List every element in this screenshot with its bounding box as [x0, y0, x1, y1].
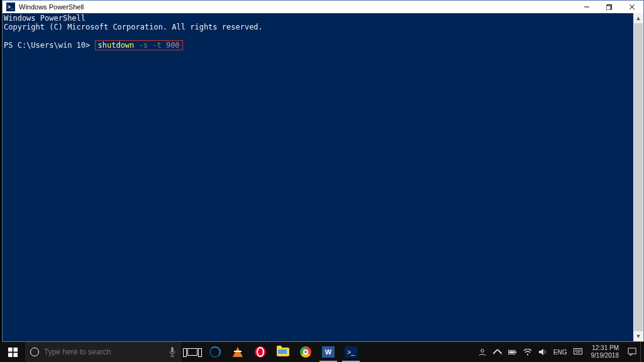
- terminal-header-line: Windows PowerShell: [4, 14, 86, 23]
- terminal-command: shutdown: [98, 41, 135, 50]
- window-titlebar[interactable]: >_ Windows PowerShell: [3, 1, 643, 13]
- taskbar-app-powershell[interactable]: >_: [340, 342, 362, 362]
- cortana-icon: [30, 348, 39, 356]
- minimize-button[interactable]: [575, 1, 598, 13]
- svg-point-12: [481, 349, 484, 353]
- word-icon: W: [322, 346, 335, 358]
- terminal-prompt: PS C:\Users\win 10>: [4, 41, 90, 50]
- wifi-icon[interactable]: [523, 348, 532, 356]
- svg-rect-14: [515, 351, 516, 353]
- folder-icon: [277, 348, 289, 356]
- taskbar-app-edge[interactable]: [204, 342, 226, 362]
- terminal-arg: 900: [166, 41, 180, 50]
- battery-icon[interactable]: [508, 348, 517, 356]
- terminal-copyright-line: Copyright (C) Microsoft Corporation. All…: [4, 23, 263, 31]
- terminal-flag-t: -t: [152, 41, 161, 50]
- microphone-icon[interactable]: [169, 346, 176, 358]
- svg-rect-8: [13, 353, 18, 357]
- system-tray: ENG 12:31 PM 9/19/2018: [474, 342, 640, 362]
- search-input[interactable]: [44, 348, 164, 356]
- taskbar-app-chrome[interactable]: [294, 342, 317, 362]
- task-view-button[interactable]: [181, 342, 204, 362]
- svg-rect-7: [8, 353, 13, 357]
- tray-language[interactable]: ENG: [553, 349, 567, 356]
- action-center-icon[interactable]: [628, 348, 636, 356]
- start-button[interactable]: [0, 342, 25, 362]
- input-indicator-icon[interactable]: [574, 348, 582, 356]
- task-view-icon: [187, 348, 197, 356]
- powershell-app-icon: >_: [6, 3, 15, 11]
- tray-date: 9/19/2018: [591, 352, 619, 359]
- terminal-output[interactable]: Windows PowerShell Copyright (C) Microso…: [3, 13, 633, 341]
- tray-overflow-icon[interactable]: [493, 348, 502, 356]
- svg-rect-22: [628, 348, 636, 354]
- chrome-icon: [300, 346, 311, 358]
- window-title: Windows PowerShell: [19, 3, 84, 11]
- vlc-icon: [233, 347, 243, 357]
- vertical-scrollbar[interactable]: ▲ ▼: [633, 13, 643, 341]
- svg-rect-2: [606, 6, 611, 10]
- svg-rect-5: [8, 348, 13, 352]
- people-icon[interactable]: [478, 348, 487, 356]
- terminal-flag-s: -s: [139, 41, 148, 50]
- edge-icon: [209, 346, 221, 358]
- svg-marker-17: [539, 349, 543, 355]
- close-button[interactable]: [621, 1, 643, 13]
- svg-rect-15: [509, 351, 514, 353]
- scroll-down-arrow[interactable]: ▼: [633, 331, 643, 341]
- taskbar-search[interactable]: [25, 342, 181, 362]
- scroll-up-arrow[interactable]: ▲: [633, 13, 643, 23]
- taskbar-app-word[interactable]: W: [317, 342, 340, 362]
- show-desktop-button[interactable]: [640, 342, 644, 362]
- tray-time: 12:31 PM: [591, 344, 619, 352]
- taskbar-app-vlc[interactable]: [226, 342, 249, 362]
- svg-rect-9: [171, 347, 174, 353]
- command-highlight-box: shutdown -s -t 900: [95, 40, 183, 50]
- windows-logo-icon: [8, 348, 18, 357]
- svg-point-16: [527, 353, 528, 354]
- opera-icon: [255, 346, 266, 358]
- volume-icon[interactable]: [538, 348, 547, 356]
- maximize-button[interactable]: [598, 1, 621, 13]
- powershell-window: >_ Windows PowerShell Windows PowerShell…: [2, 0, 644, 342]
- taskbar-app-opera[interactable]: [249, 342, 272, 362]
- taskbar-app-file-explorer[interactable]: [272, 342, 294, 362]
- svg-rect-6: [13, 348, 18, 352]
- powershell-icon: >_: [345, 346, 357, 358]
- taskbar: W >_ ENG 12:31 PM 9/19/2018: [0, 342, 644, 362]
- tray-clock[interactable]: 12:31 PM 9/19/2018: [589, 344, 622, 359]
- scroll-thumb[interactable]: [634, 23, 643, 331]
